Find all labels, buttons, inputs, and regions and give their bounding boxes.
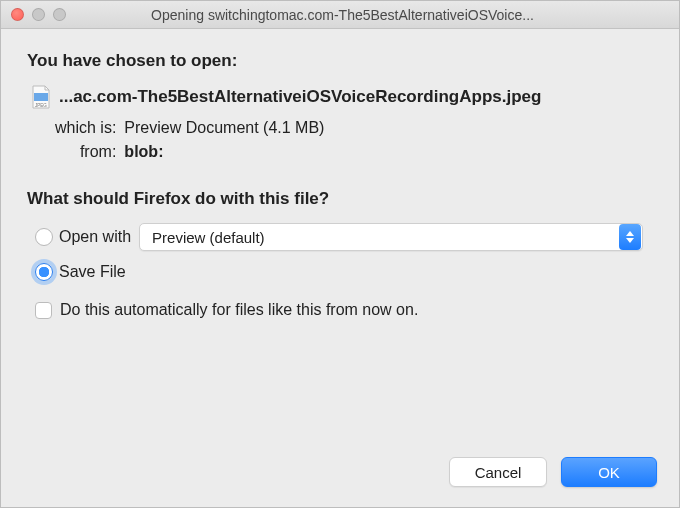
open-with-select[interactable]: Preview (default): [139, 223, 643, 251]
dialog-footer: Cancel OK: [449, 457, 657, 487]
action-question: What should Firefox do with this file?: [27, 189, 653, 209]
auto-label[interactable]: Do this automatically for files like thi…: [60, 301, 418, 319]
file-meta: which is: Preview Document (4.1 MB) from…: [55, 119, 653, 161]
save-file-row: Save File: [35, 263, 653, 281]
dialog-content: You have chosen to open: JPEG ...ac.com-…: [1, 29, 679, 339]
chosen-heading: You have chosen to open:: [27, 51, 653, 71]
file-row: JPEG ...ac.com-The5BestAlternativeiOSVoi…: [31, 85, 653, 109]
window-title: Opening switchingtomac.com-The5BestAlter…: [16, 7, 669, 23]
action-options: Open with Preview (default) Save File: [35, 223, 653, 281]
open-with-radio[interactable]: [35, 228, 53, 246]
which-is-value: Preview Document (4.1 MB): [124, 119, 324, 137]
chevron-up-down-icon[interactable]: [619, 224, 641, 250]
jpeg-file-icon: JPEG: [31, 85, 51, 109]
cancel-button[interactable]: Cancel: [449, 457, 547, 487]
titlebar: Opening switchingtomac.com-The5BestAlter…: [1, 1, 679, 29]
svg-text:JPEG: JPEG: [35, 103, 47, 108]
save-file-radio[interactable]: [35, 263, 53, 281]
svg-rect-0: [34, 93, 48, 101]
from-value: blob:: [124, 143, 324, 161]
open-with-selected-value: Preview (default): [152, 229, 265, 246]
save-file-label[interactable]: Save File: [57, 263, 126, 281]
from-label: from:: [55, 143, 116, 161]
filename: ...ac.com-The5BestAlternativeiOSVoiceRec…: [59, 87, 541, 107]
ok-button[interactable]: OK: [561, 457, 657, 487]
auto-checkbox[interactable]: [35, 302, 52, 319]
download-dialog: Opening switchingtomac.com-The5BestAlter…: [0, 0, 680, 508]
auto-row: Do this automatically for files like thi…: [35, 301, 653, 319]
open-with-row: Open with Preview (default): [35, 223, 653, 251]
open-with-label[interactable]: Open with: [57, 228, 131, 246]
which-is-label: which is:: [55, 119, 116, 137]
